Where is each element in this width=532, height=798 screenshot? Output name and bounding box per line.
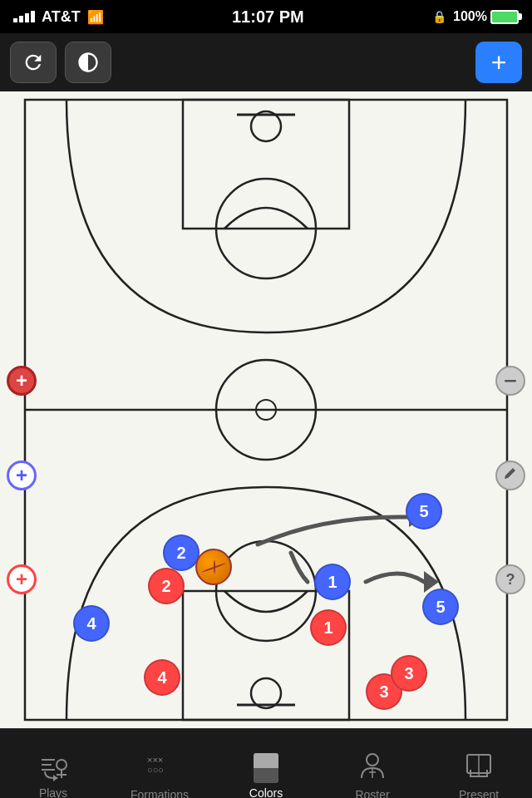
player-blue-2-top[interactable]: 2 xyxy=(163,534,200,571)
pencil-icon xyxy=(502,467,519,484)
add-blue-button-mid[interactable]: + xyxy=(7,461,37,490)
svg-text:×××: ××× xyxy=(147,755,163,765)
tab-formations[interactable]: ××× ○○○ Formations xyxy=(106,729,213,798)
tab-roster[interactable]: Roster xyxy=(319,729,426,798)
edit-button[interactable] xyxy=(495,461,525,490)
question-icon: ? xyxy=(506,571,515,589)
signal-icon xyxy=(13,11,35,22)
player-blue-5-top[interactable]: 5 xyxy=(406,493,442,530)
help-button[interactable]: ? xyxy=(495,564,525,594)
minus-button[interactable] xyxy=(495,366,525,396)
contrast-icon xyxy=(76,51,100,74)
refresh-icon xyxy=(22,51,45,74)
roster-label: Roster xyxy=(355,788,389,799)
player-red-4[interactable]: 4 xyxy=(144,659,180,696)
svg-text:○○○: ○○○ xyxy=(147,765,164,775)
tab-present[interactable]: Present xyxy=(426,729,532,798)
colors-icon xyxy=(254,753,278,783)
lock-icon: 🔒 xyxy=(432,10,446,23)
svg-rect-15 xyxy=(505,380,516,382)
battery-box xyxy=(490,10,519,24)
status-right: 🔒 100% xyxy=(432,9,519,24)
refresh-button[interactable] xyxy=(10,42,57,83)
present-icon xyxy=(464,751,494,785)
status-left: AT&T 📶 xyxy=(13,8,104,26)
time-label: 11:07 PM xyxy=(232,7,304,27)
tab-colors[interactable]: Colors xyxy=(213,729,319,798)
add-red-button-bot[interactable]: + xyxy=(7,564,37,594)
formations-icon: ××× ○○○ xyxy=(145,751,175,785)
svg-marker-22 xyxy=(53,775,58,781)
svg-point-25 xyxy=(367,754,378,766)
player-blue-4[interactable]: 4 xyxy=(73,605,110,642)
basketball xyxy=(195,549,232,585)
roster-icon xyxy=(357,751,387,785)
colors-label: Colors xyxy=(249,786,283,799)
battery-indicator: 100% xyxy=(453,9,519,24)
add-button[interactable]: + xyxy=(475,42,522,83)
plays-icon xyxy=(38,753,68,783)
status-bar: AT&T 📶 11:07 PM 🔒 100% xyxy=(0,0,532,33)
present-label: Present xyxy=(459,788,499,799)
tab-plays[interactable]: Plays xyxy=(0,729,106,798)
wifi-icon: 📶 xyxy=(87,9,104,25)
carrier-label: AT&T xyxy=(42,8,81,26)
player-red-3-b[interactable]: 3 xyxy=(391,655,427,692)
player-blue-5-bot[interactable]: 5 xyxy=(422,589,459,625)
battery-percent: 100% xyxy=(453,9,487,24)
player-red-2[interactable]: 2 xyxy=(148,568,185,604)
contrast-button[interactable] xyxy=(65,42,111,83)
toolbar: + xyxy=(0,33,532,91)
player-red-1[interactable]: 1 xyxy=(310,609,347,646)
player-blue-1[interactable]: 1 xyxy=(314,564,351,600)
plays-label: Plays xyxy=(39,786,67,799)
formations-label: Formations xyxy=(131,788,189,799)
court-area: + + + ? 2 1 5 4 5 2 1 4 3 3 xyxy=(0,91,532,728)
minus-icon xyxy=(502,372,519,389)
tab-bar: Plays ××× ○○○ Formations Colors Roster xyxy=(0,728,532,798)
svg-point-19 xyxy=(57,760,66,770)
add-orange-button-top[interactable]: + xyxy=(7,366,37,396)
